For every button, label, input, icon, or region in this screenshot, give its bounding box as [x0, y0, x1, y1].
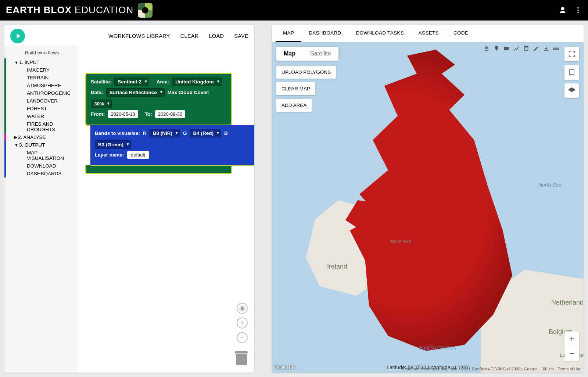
- sidebar-item-download[interactable]: DOWNLOAD: [4, 162, 78, 170]
- label-north-sea: North Sea: [538, 182, 562, 188]
- workflows-library-button[interactable]: WORKFLOWS LIBRARY: [108, 33, 170, 39]
- r-label: R: [143, 130, 147, 136]
- brand-light: EDUCATION: [75, 4, 133, 16]
- map[interactable]: Map Satellite UPLOAD POLYGONS CLEAR MAP …: [272, 42, 584, 373]
- output-panel: MAP DASHBOARD DOWNLOAD TASKS ASSETS CODE…: [272, 25, 584, 373]
- sidebar-section-output[interactable]: ▼3. OUTPUT: [4, 141, 78, 149]
- sidebar-item-water[interactable]: WATER: [4, 112, 78, 120]
- layer-input[interactable]: default: [127, 151, 149, 159]
- zoom-out-button[interactable]: −: [564, 346, 579, 361]
- g-dropdown[interactable]: B4 (Red): [190, 129, 222, 137]
- label-isle-of-man: Isle of Man: [390, 239, 411, 244]
- sidebar-item-landcover[interactable]: LANDCOVER: [4, 97, 78, 105]
- bookmark-icon[interactable]: [564, 65, 579, 80]
- keyboard-shortcuts[interactable]: Keyboard shortcuts: [402, 367, 437, 371]
- brand-bold: EARTH BLOX: [6, 4, 72, 16]
- center-icon[interactable]: ◉: [237, 303, 248, 314]
- data-dropdown[interactable]: Surface Reflectance: [106, 88, 165, 97]
- load-button[interactable]: LOAD: [209, 33, 224, 39]
- workspace[interactable]: Satellite: Sentinel-2 Area: United Kingd…: [78, 46, 254, 373]
- sidebar-section-analyse[interactable]: ▶2. ANALYSE: [4, 133, 78, 141]
- upload-polygons-button[interactable]: UPLOAD POLYGONS: [276, 66, 336, 79]
- fullscreen-icon[interactable]: [564, 47, 579, 61]
- map-scale: 100 km: [541, 367, 554, 371]
- google-logo: Google: [274, 363, 295, 371]
- main: WORKFLOWS LIBRARY CLEAR LOAD SAVE Build …: [0, 21, 588, 377]
- tab-assets[interactable]: ASSETS: [411, 25, 446, 42]
- sidebar-item-forest[interactable]: FOREST: [4, 105, 78, 112]
- layer-label: Layer name:: [95, 152, 124, 158]
- kebab-menu-icon[interactable]: [574, 6, 582, 14]
- clear-button[interactable]: CLEAR: [180, 33, 199, 39]
- zoom-in-button[interactable]: +: [564, 331, 579, 346]
- r-dropdown[interactable]: B8 (NIR): [150, 129, 180, 137]
- sidebar-title: Build workflows: [4, 48, 78, 58]
- sidebar-item-map-vis[interactable]: MAP VISUALISATION: [4, 149, 78, 162]
- output-block[interactable]: Bands to visualise: R B8 (NIR) G B4 (Red…: [90, 125, 254, 166]
- to-input[interactable]: 2020-09-30: [155, 110, 186, 118]
- measure-tool-icon[interactable]: [553, 45, 559, 52]
- bands-label: Bands to visualise:: [95, 130, 140, 136]
- map-type-toggle: Map Satellite: [276, 47, 338, 61]
- sidebar-item-fires[interactable]: FIRES AND DROUGHTS: [4, 120, 78, 133]
- cloud-label: Max Cloud Cover:: [168, 90, 210, 95]
- line-tool-icon[interactable]: [513, 45, 520, 52]
- sidebar-item-anthropogenic[interactable]: ANTHROPOGENIC: [4, 89, 78, 97]
- g-label: G: [183, 130, 187, 136]
- marker-tool-icon[interactable]: [493, 45, 500, 52]
- clear-map-button[interactable]: CLEAR MAP: [276, 82, 315, 95]
- user-icon[interactable]: [559, 6, 567, 14]
- sat-label: Satellite:: [91, 79, 111, 85]
- block-footer[interactable]: [85, 165, 232, 174]
- label-netherlands: Netherland: [551, 299, 584, 306]
- workflow-panel: WORKFLOWS LIBRARY CLEAR LOAD SAVE Build …: [4, 25, 254, 373]
- zoom-out-ws-button[interactable]: −: [237, 332, 248, 343]
- svg-point-2: [577, 12, 579, 13]
- from-input[interactable]: 2020-05-18: [108, 110, 138, 118]
- block-sidebar: Build workflows ▼1. INPUT IMAGERY TERRAI…: [4, 46, 78, 373]
- sidebar-item-terrain[interactable]: TERRAIN: [4, 74, 78, 82]
- run-button[interactable]: [10, 29, 25, 43]
- tab-code[interactable]: CODE: [446, 25, 476, 42]
- label-ireland: Ireland: [327, 263, 347, 270]
- tab-download-tasks[interactable]: DOWNLOAD TASKS: [348, 25, 411, 42]
- b-dropdown[interactable]: B3 (Green): [95, 140, 131, 149]
- from-label: From:: [91, 111, 105, 117]
- layers-icon[interactable]: [564, 83, 579, 98]
- area-label: Area:: [157, 79, 169, 85]
- hand-tool-icon[interactable]: [483, 45, 490, 52]
- brand-logo-icon: [138, 3, 153, 18]
- sidebar-section-input[interactable]: ▼1. INPUT: [4, 58, 78, 66]
- data-label: Data:: [91, 90, 103, 95]
- brand: EARTH BLOX EDUCATION: [6, 3, 153, 18]
- to-label: To:: [145, 111, 152, 117]
- svg-rect-3: [504, 47, 509, 50]
- trash-icon[interactable]: [235, 351, 248, 365]
- svg-point-1: [577, 10, 579, 11]
- download-tool-icon[interactable]: [543, 45, 549, 52]
- svg-point-0: [577, 7, 579, 8]
- terms-of-use[interactable]: Terms of Use: [557, 367, 581, 371]
- rect-tool-icon[interactable]: [503, 45, 510, 52]
- sidebar-item-dashboards[interactable]: DASHBOARDS: [4, 170, 78, 177]
- sidebar-item-imagery[interactable]: IMAGERY: [4, 66, 78, 74]
- input-block[interactable]: Satellite: Sentinel-2 Area: United Kingd…: [85, 73, 232, 126]
- cloud-dropdown[interactable]: 30%: [91, 100, 112, 108]
- sat-dropdown[interactable]: Sentinel-2: [114, 78, 149, 86]
- label-english-channel: English Channel: [419, 345, 456, 351]
- sidebar-item-atmosphere[interactable]: ATMOSPHERE: [4, 82, 78, 89]
- delete-tool-icon[interactable]: [523, 45, 530, 52]
- maptype-map[interactable]: Map: [276, 47, 303, 61]
- edit-tool-icon[interactable]: [533, 45, 539, 52]
- tab-map[interactable]: MAP: [276, 25, 301, 42]
- map-data-attrib: Map data ©2021 GeoBasis-DE/BKG (©2009), …: [441, 367, 537, 371]
- add-area-button[interactable]: ADD AREA: [276, 99, 312, 112]
- area-dropdown[interactable]: United Kingdom: [172, 78, 221, 86]
- zoom-in-ws-button[interactable]: +: [237, 317, 248, 328]
- maptype-satellite[interactable]: Satellite: [303, 47, 338, 61]
- save-button[interactable]: SAVE: [234, 33, 248, 39]
- b-label: B: [224, 130, 228, 136]
- app-header: EARTH BLOX EDUCATION: [0, 0, 588, 21]
- tab-dashboard[interactable]: DASHBOARD: [301, 25, 348, 42]
